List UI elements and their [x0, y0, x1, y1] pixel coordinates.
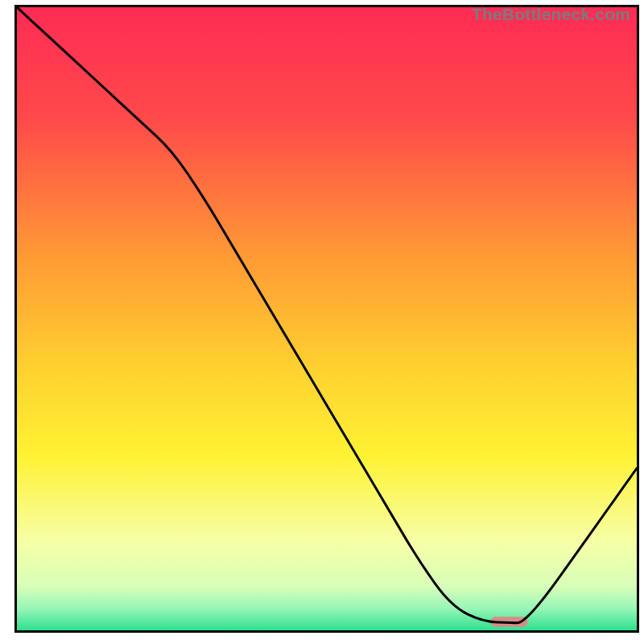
watermark-text: TheBottleneck.com — [472, 6, 630, 23]
chart-svg — [17, 7, 637, 630]
chart-frame: TheBottleneck.com — [0, 0, 644, 644]
gradient-background — [17, 7, 637, 630]
plot-border: TheBottleneck.com — [14, 5, 639, 633]
plot-area — [17, 7, 637, 630]
